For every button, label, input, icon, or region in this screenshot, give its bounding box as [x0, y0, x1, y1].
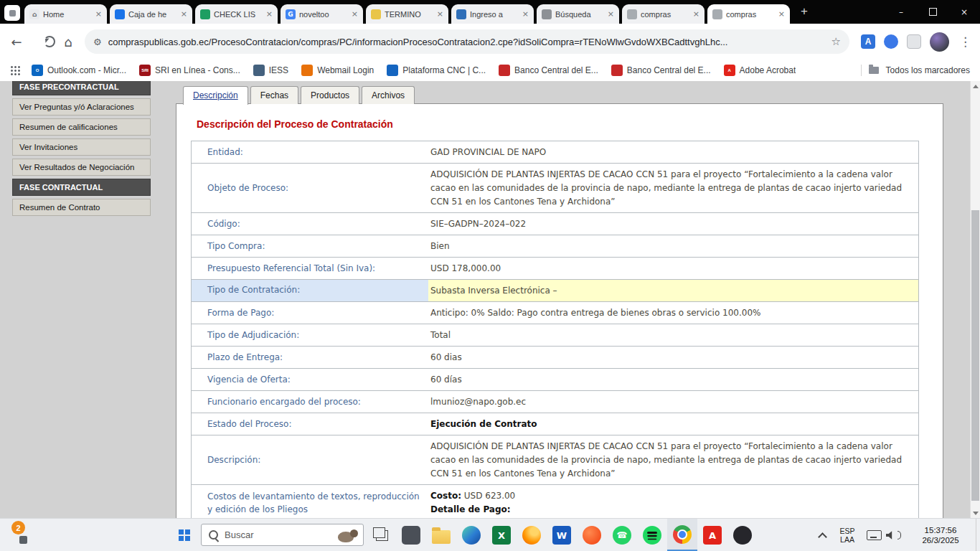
tab-close-icon[interactable]: ×	[95, 9, 102, 19]
volume-button[interactable]	[884, 519, 903, 551]
url-text[interactable]: compraspublicas.gob.ec/ProcesoContrataci…	[108, 37, 826, 47]
sidebar-item[interactable]: Resumen de calificaciones	[12, 118, 151, 136]
back-button[interactable]: ←	[7, 32, 26, 51]
close-button[interactable]: ×	[948, 0, 980, 24]
browser-tab[interactable]: Gnoveltoo×	[281, 4, 363, 24]
reload-button[interactable]	[40, 32, 59, 51]
excel-icon[interactable]: X	[486, 519, 517, 551]
browser-tab-active[interactable]: compras×	[707, 4, 790, 24]
content-tab[interactable]: Archivos	[362, 86, 415, 104]
new-tab-button[interactable]: +	[796, 3, 813, 20]
bookmark-label: IESS	[269, 65, 288, 75]
content-tab[interactable]: Fechas	[250, 86, 298, 104]
tab-close-icon[interactable]: ×	[181, 9, 187, 19]
description-panel: Descripción del Proceso de Contratación …	[176, 103, 943, 518]
taskbar-notification-app[interactable]: 2	[11, 521, 36, 550]
whatsapp-icon[interactable]: ☎	[607, 519, 637, 551]
content-tab[interactable]: Productos	[301, 86, 359, 104]
profile-avatar[interactable]	[930, 32, 949, 52]
bookmark-item[interactable]: Webmail Login	[301, 65, 374, 76]
page-scrollbar[interactable]	[970, 81, 980, 518]
extensions-icon[interactable]	[907, 34, 921, 49]
sidebar-item[interactable]: Resumen de Contrato	[12, 199, 151, 216]
tray-expand-button[interactable]	[815, 519, 829, 551]
dark-round-app-icon[interactable]	[727, 519, 758, 551]
tab-favicon-icon: G	[286, 9, 296, 19]
row-label: Funcionario encargado del proceso:	[192, 392, 428, 412]
browser-tab[interactable]: Búsqueda×	[537, 4, 619, 24]
reload-icon	[44, 36, 55, 47]
sidebar-item[interactable]: Ver Invitaciones	[12, 138, 151, 156]
minimize-button[interactable]: –	[885, 0, 917, 24]
notification-app-icon	[19, 536, 27, 544]
browser-tab[interactable]: compras×	[622, 4, 705, 24]
scrollbar-up-arrow[interactable]	[971, 81, 980, 91]
sidebar-item[interactable]: Ver Preguntas y/ó Aclaraciones	[12, 98, 151, 116]
row-value: Subasta Inversa Electrónica –	[428, 280, 918, 301]
tab-descripcion-active[interactable]: Descripción	[183, 86, 248, 105]
show-desktop-button[interactable]	[976, 519, 980, 551]
address-bar[interactable]: ⚙ compraspublicas.gob.ec/ProcesoContrata…	[85, 29, 849, 54]
browser-tab[interactable]: Caja de he×	[110, 4, 192, 24]
bookmark-item[interactable]: IESS	[253, 65, 288, 76]
tab-close-icon[interactable]: ×	[437, 9, 443, 19]
touch-keyboard-button[interactable]	[864, 519, 884, 551]
extension-icon-blue[interactable]	[884, 34, 898, 49]
bookmarks-list: OOutlook.com - Micr...SRISRI en Línea - …	[32, 65, 796, 76]
bookmark-star-icon[interactable]: ☆	[831, 35, 841, 48]
tab-close-icon[interactable]: ×	[266, 9, 273, 19]
brave-logo	[583, 526, 601, 545]
browser-menu-icon[interactable]: ⋮	[959, 34, 971, 49]
bookmark-item[interactable]: Plataforma CNC | C...	[387, 65, 486, 76]
firefox-icon[interactable]	[517, 519, 547, 551]
task-view-button[interactable]	[369, 519, 395, 551]
bookmark-item[interactable]: Banco Central del E...	[611, 65, 711, 76]
tab-close-icon[interactable]: ×	[693, 9, 699, 19]
tab-close-icon[interactable]: ×	[608, 9, 614, 19]
pinned-tab[interactable]	[4, 5, 20, 21]
translate-icon[interactable]: A	[861, 34, 875, 49]
keyboard-icon	[867, 530, 882, 540]
tab-close-icon[interactable]: ×	[778, 9, 785, 19]
bookmark-item[interactable]: OOutlook.com - Micr...	[32, 65, 126, 76]
maximize-button[interactable]	[917, 0, 948, 24]
all-bookmarks[interactable]: Todos los marcadores	[861, 65, 970, 76]
tab-close-icon[interactable]: ×	[522, 9, 529, 19]
taskbar-clock[interactable]: 15:37:56 26/3/2025	[905, 519, 976, 551]
bookmark-item[interactable]: Banco Central del E...	[499, 65, 598, 76]
tab-title: Home	[43, 10, 92, 19]
row-value: Ejecución de Contrato	[428, 413, 918, 435]
scrollbar-down-arrow[interactable]	[971, 508, 980, 518]
word-icon[interactable]: W	[547, 519, 577, 551]
table-row: Presupuesto Referencial Total (Sin Iva):…	[192, 258, 918, 280]
bookmark-item[interactable]: SRISRI en Línea - Cons...	[139, 65, 240, 76]
bookmark-item[interactable]: AAdobe Acrobat	[724, 65, 796, 76]
sidebar-item[interactable]: Ver Resultados de Negociación	[12, 159, 151, 176]
bookmarks-bar: OOutlook.com - Micr...SRISRI en Línea - …	[0, 60, 980, 81]
whatsapp-logo: ☎	[613, 526, 631, 545]
acrobat-icon[interactable]: A	[697, 519, 727, 551]
chrome-icon[interactable]	[667, 519, 697, 551]
row-value: ADQUISICIÓN DE PLANTAS INJERTAS DE CACAO…	[428, 435, 918, 484]
apps-grid-icon[interactable]	[10, 65, 20, 75]
browser-tab[interactable]: ⌂Home×	[24, 4, 107, 24]
tab-title: noveltoo	[299, 10, 348, 19]
spotify-icon[interactable]	[637, 519, 667, 551]
tab-close-icon[interactable]: ×	[352, 9, 358, 19]
home-button[interactable]: ⌂	[59, 32, 77, 51]
dark-app-icon[interactable]	[396, 519, 426, 551]
start-button[interactable]	[169, 519, 199, 551]
page-title: Descripción del Proceso de Contratación	[197, 118, 943, 130]
browser-tab[interactable]: CHECK LIS×	[195, 4, 278, 24]
bookmarks-folder-icon	[869, 67, 879, 74]
file-explorer-icon[interactable]	[426, 519, 456, 551]
site-info-icon[interactable]: ⚙	[93, 37, 102, 47]
scrollbar-thumb[interactable]	[971, 210, 979, 501]
browser-tab[interactable]: Ingreso a×	[451, 4, 534, 24]
value-text: lmunioz@napo.gob.ec	[430, 397, 526, 407]
taskbar-search-box[interactable]: Buscar	[201, 524, 364, 546]
brave-icon[interactable]	[577, 519, 607, 551]
language-indicator[interactable]: ESP LAA	[832, 519, 862, 551]
browser-tab[interactable]: TERMINO×	[366, 4, 448, 24]
edge-icon[interactable]	[456, 519, 486, 551]
